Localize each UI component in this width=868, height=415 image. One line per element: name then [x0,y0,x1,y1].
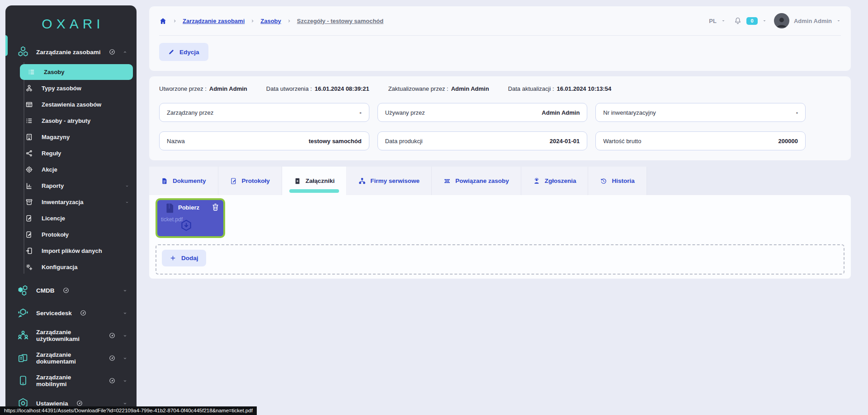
sidebar-group-label: Zarządzanie zasobami [36,49,101,56]
sidebar-item-label: Magazyny [42,134,70,140]
field-label: Nr inwentaryzacyjny [603,109,656,116]
meta-row: Utworzone przez : Admin Admin Data utwor… [159,85,841,92]
tab-zalaczniki[interactable]: Załączniki [282,167,347,195]
report-chart-icon [25,182,33,190]
trash-icon[interactable] [211,203,220,211]
tab-dokumenty[interactable]: Dokumenty [149,167,218,195]
field-label: Nazwa [167,138,185,145]
sidebar-item-typy-zasobow[interactable]: Typy zasobów [5,80,137,96]
sidebar-group-zarzadzanie-dokumentami[interactable]: Zarządzanie dokumentami [5,347,137,369]
sidebar-group-servicedesk[interactable]: Servicedesk [5,302,137,324]
sidebar-item-label: Zasoby - atrybuty [42,117,90,124]
sidebar-item-zasoby-atrybuty[interactable]: Zasoby - atrybuty [5,113,137,129]
field-label: Zarządzany przez [167,109,213,116]
field-uzywany-przez[interactable]: Używany przez Admin Admin [377,103,588,122]
field-nr-inwentaryzacyjny[interactable]: Nr inwentaryzacyjny - [595,103,806,122]
bell-icon[interactable] [734,17,742,25]
sidebar-item-akcje[interactable]: Akcje [5,162,137,177]
breadcrumb-link-zarzadzanie-zasobami[interactable]: Zarządzanie zasobami [183,18,245,24]
sidebar-group-cmdb[interactable]: CMDB [5,279,137,302]
sidebar-item-licencje[interactable]: Licencje [5,210,137,226]
notification-badge[interactable]: 0 [746,17,758,25]
meta-label: Zaktualizowane przez : [388,85,448,92]
meta-created-date: Data utworzenia : 16.01.2024 08:39:21 [266,85,369,92]
chevron-down-icon[interactable] [762,19,767,23]
meta-label: Utworzone przez : [159,85,207,92]
tab-label: Załączniki [306,177,335,184]
sidebar-item-zestawienia-zasobow[interactable]: Zestawienia zasobów [5,97,137,112]
sidebar-item-inwentaryzacja[interactable]: Inwentaryzacja [5,194,137,210]
sidebar-item-raporty[interactable]: Raporty [5,178,137,194]
home-icon[interactable] [159,17,167,25]
edit-button[interactable]: Edycja [159,43,208,61]
user-bar: PL 0 Admin Admin [709,13,841,28]
top-bar: Zarządzanie zasobami Zasoby Szczegóły - … [159,6,841,35]
download-hexagon-icon[interactable] [180,219,193,232]
tab-historia[interactable]: Historia [588,167,646,195]
sidebar-item-zasoby[interactable]: Zasoby [20,64,133,80]
gauge-badge-icon [109,332,115,339]
meta-value: 16.01.2024 08:39:21 [315,85,369,92]
chevron-down-icon [123,356,127,361]
status-url-bar: https://localhost:44391/Assets/DownloadF… [0,406,257,415]
gauge-badge-icon [109,49,115,55]
tab-label: Zgłoszenia [545,177,576,184]
table-icon [25,101,33,108]
sidebar-item-konfiguracja[interactable]: Konfiguracja [5,259,137,275]
chevron-down-icon[interactable] [836,19,841,23]
sidebar-item-label: Import plików danych [42,247,102,254]
field-zarzadzany-przez[interactable]: Zarządzany przez - [159,103,369,122]
users-icon [17,330,29,341]
attachments-panel: Pobierz ticket.pdf [149,195,851,279]
sidebar-item-label: Akcje [42,166,57,173]
gauge-badge-icon [80,310,86,316]
gauge-badge-icon [109,378,115,384]
meta-created-by: Utworzone przez : Admin Admin [159,85,247,92]
field-label: Wartość brutto [603,138,641,145]
breadcrumb-separator-icon [287,19,291,23]
tab-zgloszenia[interactable]: Zgłoszenia [521,167,589,195]
sidebar-item-import-plikow[interactable]: Import plików danych [5,243,137,259]
tab-label: Firmy serwisowe [370,177,420,184]
tabs-row: Dokumenty Protokoły Załączniki [149,167,851,195]
edit-button-label: Edycja [179,49,199,56]
tab-label: Powiązane zasoby [455,177,509,184]
meta-updated-date: Data aktualizacji : 16.01.2024 10:13:54 [508,85,612,92]
avatar[interactable] [774,13,789,28]
tab-label: Protokoły [242,177,270,184]
attachments-list: Pobierz ticket.pdf [156,198,844,240]
download-label[interactable]: Pobierz [178,204,199,211]
field-data-produkcji[interactable]: Data produkcji 2024-01-01 [377,131,588,150]
sidebar-group-zarzadzanie-mobilnymi[interactable]: Zarządzanie mobilnymi [5,369,137,392]
breadcrumb-link-zasoby[interactable]: Zasoby [260,18,281,24]
field-label: Data produkcji [385,138,423,145]
sidebar-group-label: CMDB [36,287,55,294]
tab-protokoly[interactable]: Protokoły [218,167,282,195]
sidebar-group-zarzadzanie-zasobami[interactable]: Zarządzanie zasobami [5,41,137,63]
attachment-tile-ticket-pdf[interactable]: Pobierz ticket.pdf [156,198,225,238]
add-attachment-dropzone[interactable]: Dodaj [156,244,844,275]
tab-label: Historia [612,177,634,184]
chevron-down-icon[interactable] [721,19,726,23]
sidebar-item-label: Protokoły [42,231,69,238]
sidebar-item-reguly[interactable]: Reguły [5,145,137,161]
chevron-down-icon [123,333,127,338]
chevron-down-icon [123,311,127,316]
sidebar: OXARI Zarządzanie zasobami Zasoby [5,5,137,415]
language-selector[interactable]: PL [709,18,717,24]
user-name[interactable]: Admin Admin [794,18,832,24]
tab-firmy-serwisowe[interactable]: Firmy serwisowe [347,167,432,195]
breadcrumb-current[interactable]: Szczegóły - testowy samochód [297,18,383,24]
sidebar-groups: CMDB Servicedesk [5,279,137,415]
sidebar-item-protokoly[interactable]: Protokoły [5,227,137,242]
sidebar-item-magazyny[interactable]: Magazyny [5,129,137,145]
field-nazwa[interactable]: Nazwa testowy samochód [159,131,369,150]
sidebar-group-zarzadzanie-uzytkownikami[interactable]: Zarządzanie użytkownikami [5,324,137,347]
attachment-filename: ticket.pdf [161,216,183,223]
chevron-down-icon [125,184,129,188]
add-button[interactable]: Dodaj [162,250,206,266]
field-wartosc-brutto[interactable]: Wartość brutto 200000 [595,131,806,150]
tab-powiazane-zasoby[interactable]: Powiązane zasoby [432,167,521,195]
breadcrumb-separator-icon [250,19,255,23]
meta-label: Data aktualizacji : [508,85,554,92]
